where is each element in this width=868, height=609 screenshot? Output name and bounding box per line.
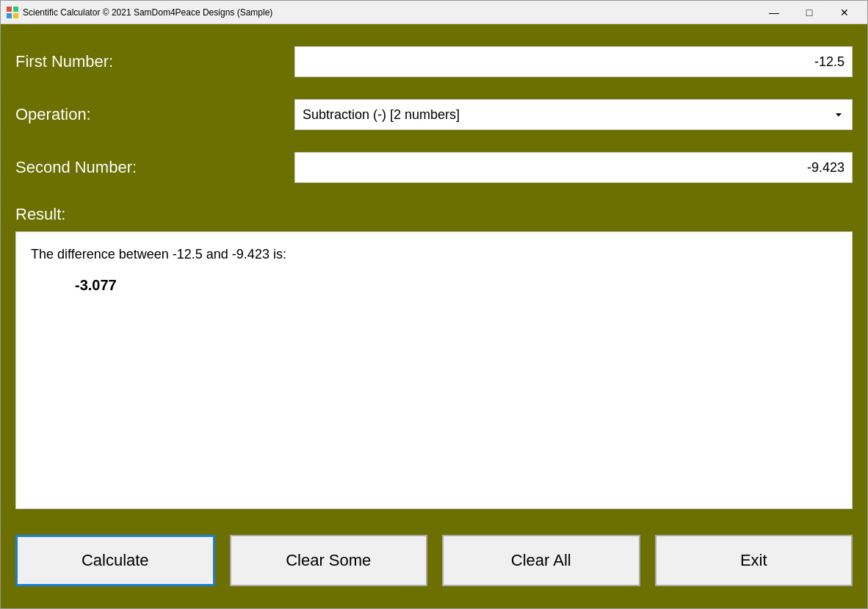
operation-select[interactable]: Addition (+) [2 numbers] Subtraction (-)…	[294, 99, 853, 130]
exit-button[interactable]: Exit	[655, 535, 853, 586]
result-section: Result: The difference between -12.5 and…	[15, 205, 853, 509]
svg-rect-1	[13, 7, 18, 12]
operation-row: Operation: Addition (+) [2 numbers] Subt…	[15, 99, 853, 130]
button-row: Calculate Clear Some Clear All Exit	[15, 524, 853, 594]
result-box: The difference between -12.5 and -9.423 …	[15, 231, 853, 509]
title-bar: Scientific Calculator © 2021 SamDom4Peac…	[1, 1, 867, 24]
minimize-button[interactable]: —	[757, 3, 791, 22]
svg-rect-0	[7, 7, 12, 12]
second-number-row: Second Number:	[15, 152, 853, 183]
result-value: -3.077	[75, 277, 837, 294]
svg-rect-2	[7, 13, 12, 18]
first-number-label: First Number:	[15, 52, 294, 71]
result-description: The difference between -12.5 and -9.423 …	[31, 247, 837, 262]
app-window: Scientific Calculator © 2021 SamDom4Peac…	[0, 0, 868, 609]
window-controls: — □ ✕	[757, 3, 861, 22]
operation-label: Operation:	[15, 105, 294, 124]
first-number-row: First Number:	[15, 46, 853, 77]
result-label: Result:	[15, 205, 853, 224]
app-icon	[7, 7, 18, 18]
close-button[interactable]: ✕	[828, 3, 861, 22]
maximize-button[interactable]: □	[792, 3, 826, 22]
calculate-button[interactable]: Calculate	[15, 535, 215, 586]
clear-all-button[interactable]: Clear All	[442, 535, 640, 586]
second-number-label: Second Number:	[15, 158, 294, 177]
clear-some-button[interactable]: Clear Some	[230, 535, 428, 586]
svg-rect-3	[13, 13, 18, 18]
first-number-input[interactable]	[294, 46, 853, 77]
main-content: First Number: Operation: Addition (+) [2…	[1, 24, 867, 608]
second-number-input[interactable]	[294, 152, 853, 183]
window-title: Scientific Calculator © 2021 SamDom4Peac…	[23, 7, 757, 18]
